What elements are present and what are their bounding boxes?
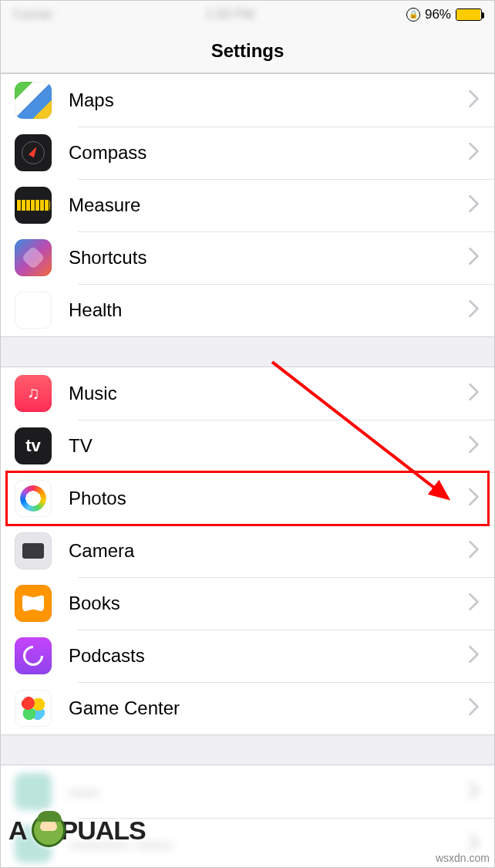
chevron-right-icon [468,488,480,508]
row-label: Camera [69,540,468,562]
compass-icon [15,134,52,171]
chevron-right-icon [468,646,480,666]
battery-icon [456,8,482,21]
brand-right: PUALS [61,816,146,846]
brand-left: A [8,816,27,846]
battery-percent: 96% [425,7,451,22]
chevron-right-icon [468,782,480,802]
chevron-right-icon [468,383,480,404]
row-podcasts[interactable]: Podcasts [1,630,494,682]
row-compass[interactable]: Compass [1,127,494,179]
music-icon [15,375,52,412]
row-label: Health [69,299,468,321]
status-right: 🔒 96% [406,7,482,22]
row-blurred-1[interactable]: ----- [1,765,494,818]
rotation-lock-icon: 🔒 [406,8,420,22]
shortcuts-icon [15,239,52,276]
row-camera[interactable]: Camera [1,525,494,577]
blurred-icon [15,773,52,810]
gamecenter-icon [15,690,52,727]
chevron-right-icon [468,436,480,456]
health-icon [15,292,52,329]
row-label: Music [69,383,468,404]
books-icon [15,585,52,622]
podcasts-icon [15,637,52,674]
maps-icon [15,82,52,119]
row-label: Podcasts [69,645,468,667]
row-label: Compass [69,142,468,164]
row-label: Shortcuts [69,247,468,269]
phone-frame: Carrier 1:00 PM 🔒 96% Settings Maps Comp… [1,1,494,867]
brand-mascot-icon [32,813,66,847]
chevron-right-icon [468,143,480,163]
chevron-right-icon [468,593,480,613]
row-label: TV [69,435,468,457]
row-label: ----- [69,781,468,802]
settings-scroll-view[interactable]: Maps Compass Measure Shortcuts Health [1,73,494,867]
chevron-right-icon [468,90,480,110]
settings-section-2: Music TV Photos Camera Books [1,366,494,735]
row-music[interactable]: Music [1,367,494,420]
chevron-right-icon [468,698,480,718]
watermark-logo: A PUALS [8,813,146,847]
row-gamecenter[interactable]: Game Center [1,682,494,735]
row-shortcuts[interactable]: Shortcuts [1,231,494,284]
camera-icon [15,532,52,569]
row-label: Measure [69,194,468,216]
row-photos[interactable]: Photos [1,472,494,525]
measure-icon [15,187,52,224]
tv-icon [15,427,52,464]
chevron-right-icon [468,195,480,215]
row-label: Maps [69,90,468,111]
settings-section-1: Maps Compass Measure Shortcuts Health [1,73,494,337]
photos-icon [15,480,52,517]
watermark-site: wsxdn.com [436,852,490,864]
chevron-right-icon [468,541,480,561]
row-tv[interactable]: TV [1,420,494,472]
row-measure[interactable]: Measure [1,179,494,231]
row-books[interactable]: Books [1,577,494,630]
row-label: Books [69,593,468,614]
row-health[interactable]: Health [1,284,494,336]
page-title: Settings [1,29,494,73]
chevron-right-icon [468,300,480,320]
status-bar: Carrier 1:00 PM 🔒 96% [1,1,494,29]
row-label: Game Center [69,697,468,719]
status-carrier: Carrier [13,7,53,22]
chevron-right-icon [468,248,480,268]
row-maps[interactable]: Maps [1,74,494,127]
row-label: Photos [69,488,468,509]
status-time: 1:00 PM [205,7,254,22]
